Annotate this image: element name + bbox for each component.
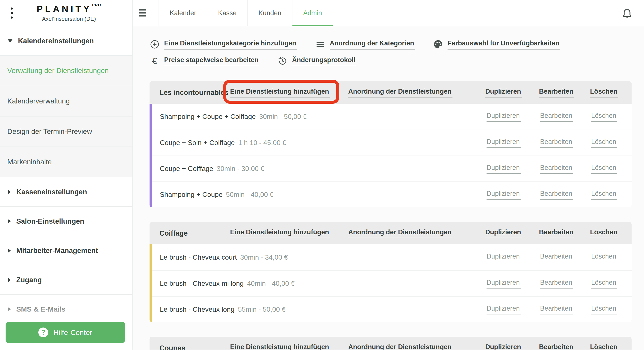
- delete-row-link[interactable]: Löschen: [591, 190, 617, 200]
- edit-row-link[interactable]: Bearbeiten: [540, 279, 573, 288]
- tab-kalender[interactable]: Kalender: [158, 0, 207, 26]
- edit-column: Bearbeiten: [535, 304, 578, 314]
- sidebar-group[interactable]: Mitarbeiter-Management: [0, 236, 132, 266]
- category-header-row: Les incontournables Eine Dienstleistung …: [150, 81, 632, 104]
- edit-header-link[interactable]: Bearbeiten: [539, 88, 574, 98]
- add-service-highlight-wrap: Eine Dienstleistung hinzufügen: [230, 228, 330, 238]
- edit-column: Bearbeiten: [535, 190, 578, 200]
- duplicate-row-link[interactable]: Duplizieren: [486, 138, 520, 148]
- edit-row-link[interactable]: Bearbeiten: [540, 138, 573, 148]
- action-link[interactable]: Anordnung der Kategorien: [315, 40, 415, 50]
- add-service-link[interactable]: Eine Dienstleistung hinzufügen: [230, 228, 330, 238]
- tab-kunden[interactable]: Kunden: [247, 0, 292, 26]
- sidebar-group[interactable]: Salon-Einstellungen: [0, 207, 132, 236]
- order-services-link[interactable]: Anordnung der Dienstleistungen: [348, 228, 452, 238]
- delete-row-link[interactable]: Löschen: [591, 304, 617, 314]
- delete-column: Löschen: [587, 304, 621, 314]
- service-row: Le brush - Cheveux long 55min - 50,00 € …: [150, 296, 632, 322]
- edit-row-link[interactable]: Bearbeiten: [540, 252, 573, 262]
- action-link[interactable]: Eine Dienstleistungskategorie hinzufügen: [150, 40, 297, 50]
- delete-header-link[interactable]: Löschen: [590, 228, 618, 238]
- duplicate-row-link[interactable]: Duplizieren: [486, 112, 520, 122]
- edit-header-link[interactable]: Bearbeiten: [539, 343, 574, 350]
- duplicate-row-link[interactable]: Duplizieren: [486, 304, 520, 314]
- delete-header-link[interactable]: Löschen: [590, 343, 618, 350]
- brand-block: PLANITYPRO Axel’friseursalon (DE): [0, 0, 133, 26]
- delete-row-link[interactable]: Löschen: [591, 112, 617, 122]
- category-actions: Eine Dienstleistungskategorie hinzufügen…: [150, 38, 644, 68]
- edit-column: Bearbeiten: [535, 138, 578, 148]
- duplicate-header-link[interactable]: Duplizieren: [485, 228, 522, 238]
- add-service-link[interactable]: Eine Dienstleistung hinzufügen: [230, 88, 330, 98]
- add-service-link[interactable]: Eine Dienstleistung hinzufügen: [230, 343, 330, 350]
- action-link-label: Anordnung der Kategorien: [330, 40, 415, 50]
- duplicate-header-link[interactable]: Duplizieren: [485, 88, 522, 98]
- service-rows: Le brush - Cheveux court 30min - 34,00 €…: [150, 244, 632, 322]
- hamburger-menu-button[interactable]: [133, 0, 152, 26]
- sidebar-subitem[interactable]: Markeninhalte: [0, 147, 132, 177]
- delete-column: Löschen: [587, 88, 621, 98]
- duplicate-row-link[interactable]: Duplizieren: [486, 164, 520, 174]
- sidebar-group[interactable]: Kasseneinstellungen: [0, 177, 132, 207]
- service-row: Coupe + Coiffage 30min - 30,00 € Duplizi…: [150, 156, 632, 182]
- duplicate-column: Duplizieren: [480, 343, 526, 350]
- category-card: Les incontournables Eine Dienstleistung …: [150, 81, 632, 207]
- order-services-link[interactable]: Anordnung der Dienstleistungen: [348, 88, 452, 98]
- app-body: Kalendereinstellungen Verwaltung der Die…: [0, 26, 644, 350]
- edit-row-link[interactable]: Bearbeiten: [540, 304, 573, 314]
- service-row: Shampoing + Coupe 50min - 40,00 € Dupliz…: [150, 182, 632, 207]
- tab-label: Kasse: [218, 9, 236, 17]
- help-center-button[interactable]: ? Hilfe-Center: [6, 322, 125, 343]
- duplicate-row-link[interactable]: Duplizieren: [486, 190, 520, 200]
- delete-column: Löschen: [587, 112, 621, 122]
- tab-kasse[interactable]: Kasse: [207, 0, 247, 26]
- actions-row: Eine Dienstleistungskategorie hinzufügen…: [150, 38, 644, 51]
- edit-row-link[interactable]: Bearbeiten: [540, 190, 573, 200]
- sidebar-group[interactable]: Kalendereinstellungen: [0, 26, 132, 56]
- caret-icon: [8, 219, 11, 224]
- delete-row-link[interactable]: Löschen: [591, 138, 617, 148]
- notifications-button[interactable]: [610, 0, 644, 26]
- category-card: Coupes Eine Dienstleistung hinzufügen An…: [150, 337, 632, 350]
- main-content: Eine Dienstleistungskategorie hinzufügen…: [133, 26, 644, 350]
- delete-header-link[interactable]: Löschen: [590, 88, 618, 98]
- action-link-label: Farbauswahl für Unverfügbarkeiten: [448, 40, 560, 50]
- delete-row-link[interactable]: Löschen: [591, 279, 617, 288]
- caret-icon: [8, 307, 11, 312]
- tab-label: Admin: [303, 9, 322, 17]
- duplicate-column: Duplizieren: [480, 88, 526, 98]
- service-duration-price: 1 h 10 - 45,00 €: [238, 139, 286, 147]
- sidebar-group-label: Kasseneinstellungen: [16, 188, 87, 196]
- duplicate-row-link[interactable]: Duplizieren: [486, 279, 520, 288]
- delete-row-link[interactable]: Löschen: [591, 252, 617, 262]
- bell-icon: [621, 7, 633, 19]
- edit-column: Bearbeiten: [535, 279, 578, 288]
- sidebar-subitem[interactable]: Design der Termin-Preview: [0, 116, 132, 147]
- service-row: Le brush - Cheveux mi long 40min - 40,00…: [150, 270, 632, 296]
- category-header-row: Coupes Eine Dienstleistung hinzufügen An…: [150, 337, 632, 350]
- category-title: Coiffage: [160, 229, 230, 237]
- service-duration-price: 40min - 40,00 €: [247, 280, 294, 288]
- duplicate-header-link[interactable]: Duplizieren: [485, 343, 522, 350]
- tab-admin[interactable]: Admin: [292, 0, 333, 26]
- sidebar-subitem[interactable]: Kalenderverwaltung: [0, 86, 132, 116]
- kebab-menu-icon[interactable]: [10, 6, 14, 20]
- duplicate-row-link[interactable]: Duplizieren: [486, 252, 520, 262]
- sidebar-subitem[interactable]: Verwaltung der Dienstleistungen: [0, 56, 132, 86]
- sidebar-group[interactable]: Zugang: [0, 266, 132, 295]
- edit-header-link[interactable]: Bearbeiten: [539, 228, 574, 238]
- caret-icon: [8, 40, 12, 42]
- service-name: Le brush - Cheveux mi long: [160, 280, 244, 288]
- sidebar-group[interactable]: SMS & E-Mails: [0, 295, 132, 324]
- edit-row-link[interactable]: Bearbeiten: [540, 164, 573, 174]
- action-link[interactable]: € Preise stapelweise bearbeiten: [150, 56, 260, 66]
- service-duration-price: 55min - 50,00 €: [238, 306, 286, 313]
- delete-row-link[interactable]: Löschen: [591, 164, 617, 174]
- delete-column: Löschen: [587, 164, 621, 174]
- order-services-link[interactable]: Anordnung der Dienstleistungen: [348, 343, 452, 350]
- edit-row-link[interactable]: Bearbeiten: [540, 112, 573, 122]
- action-link[interactable]: Farbauswahl für Unverfügbarkeiten: [433, 40, 560, 50]
- action-link[interactable]: Änderungsprotokoll: [278, 56, 356, 66]
- category-cards: Les incontournables Eine Dienstleistung …: [150, 81, 632, 350]
- duplicate-column: Duplizieren: [480, 112, 526, 122]
